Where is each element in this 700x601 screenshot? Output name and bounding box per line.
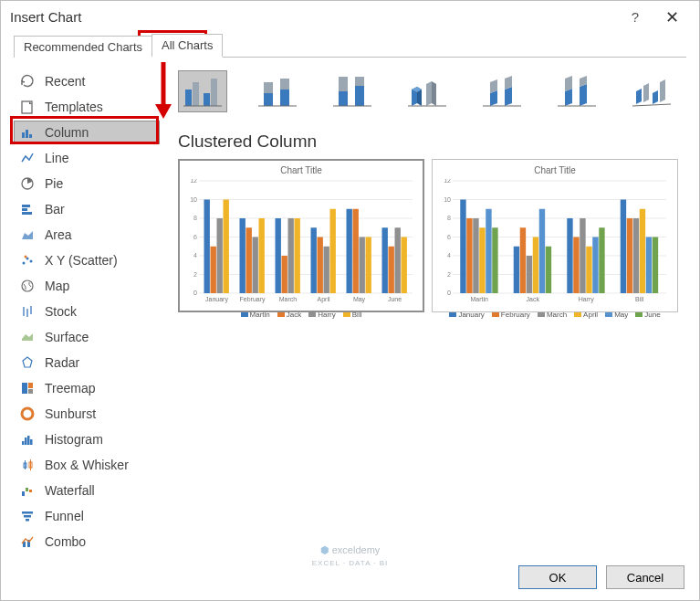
- sidebar-item-label: Stock: [45, 304, 77, 319]
- svg-rect-44: [211, 79, 217, 106]
- svg-rect-42: [193, 82, 199, 106]
- svg-rect-111: [347, 209, 352, 293]
- svg-rect-117: [389, 247, 394, 293]
- tab-recommended-charts[interactable]: Recommended Charts: [14, 36, 151, 58]
- svg-rect-46: [264, 93, 273, 106]
- svg-text:February: February: [239, 296, 266, 303]
- sidebar-item-stock[interactable]: Stock: [14, 300, 160, 323]
- column-icon: [19, 124, 36, 141]
- svg-rect-35: [24, 515, 31, 518]
- sidebar-item-label: Pie: [45, 176, 63, 191]
- svg-rect-158: [633, 218, 639, 293]
- chart-subtype-title: Clustered Column: [178, 132, 686, 152]
- svg-rect-102: [282, 256, 287, 293]
- sidebar-item-waterfall[interactable]: Waterfall: [14, 479, 160, 502]
- svg-rect-150: [573, 237, 579, 294]
- sidebar-item-templates[interactable]: Templates: [14, 95, 160, 119]
- sidebar-item-line[interactable]: Line: [14, 146, 160, 170]
- svg-rect-116: [382, 227, 388, 293]
- sidebar-item-radar[interactable]: Radar: [14, 351, 160, 374]
- sidebar-item-histogram[interactable]: Histogram: [14, 427, 160, 451]
- sidebar-item-label: Sunburst: [45, 406, 96, 421]
- svg-rect-142: [514, 247, 519, 293]
- ok-button[interactable]: OK: [518, 565, 597, 589]
- svg-text:March: March: [279, 296, 298, 302]
- subtype-clustered-column[interactable]: [178, 70, 227, 112]
- combo-icon: [19, 533, 36, 550]
- sidebar-item-label: Column: [45, 125, 89, 140]
- svg-rect-147: [546, 247, 551, 293]
- svg-rect-51: [339, 91, 348, 106]
- subtype-3d-stacked-column[interactable]: [477, 70, 527, 112]
- svg-rect-21: [28, 389, 33, 394]
- svg-marker-8: [22, 231, 33, 239]
- sidebar-item-label: X Y (Scatter): [45, 253, 118, 268]
- sidebar-item-bar[interactable]: Bar: [14, 197, 160, 221]
- sidebar-item-label: Histogram: [45, 432, 103, 447]
- svg-text:6: 6: [447, 234, 451, 240]
- chart-legend: MartinJackHarryBill: [186, 311, 416, 319]
- chart-title: Chart Title: [440, 165, 670, 175]
- svg-line-76: [632, 104, 671, 106]
- dialog-content: Recent Templates Column Line Pie Bar: [1, 58, 699, 554]
- svg-rect-161: [653, 237, 658, 294]
- sidebar-item-scatter[interactable]: X Y (Scatter): [14, 248, 160, 272]
- cancel-button[interactable]: Cancel: [606, 565, 684, 589]
- sidebar-item-recent[interactable]: Recent: [14, 69, 160, 93]
- svg-text:8: 8: [193, 215, 197, 221]
- sidebar-item-pie[interactable]: Pie: [14, 172, 160, 195]
- svg-rect-5: [22, 205, 30, 207]
- svg-marker-18: [23, 357, 32, 367]
- chart-preview-by-month[interactable]: Chart Title 024681012JanuaryFebruaryMarc…: [178, 159, 424, 312]
- sidebar-item-column[interactable]: Column: [14, 121, 160, 144]
- svg-rect-149: [567, 218, 572, 293]
- chart-category-sidebar: Recent Templates Column Line Pie Bar: [14, 66, 160, 554]
- sidebar-item-treemap[interactable]: Treemap: [14, 376, 160, 400]
- svg-rect-152: [586, 247, 591, 293]
- sidebar-item-map[interactable]: Map: [14, 274, 160, 298]
- svg-text:10: 10: [190, 196, 197, 203]
- chart-preview-by-person[interactable]: Chart Title 024681012MartinJackHarryBill…: [432, 159, 678, 312]
- stock-icon: [19, 303, 36, 320]
- chart-canvas: 024681012JanuaryFebruaryMarchAprilMayJun…: [186, 179, 416, 309]
- svg-rect-145: [533, 237, 538, 294]
- svg-rect-138: [479, 227, 485, 293]
- waterfall-icon: [19, 482, 36, 499]
- subtype-3d-clustered-column[interactable]: [402, 70, 452, 112]
- subtype-stacked100-column[interactable]: [328, 70, 377, 112]
- svg-rect-113: [360, 237, 365, 294]
- chart-preview-row: Chart Title 024681012JanuaryFebruaryMarc…: [178, 159, 686, 312]
- svg-rect-6: [22, 208, 27, 211]
- sidebar-item-combo[interactable]: Combo: [14, 530, 160, 554]
- sidebar-item-area[interactable]: Area: [14, 223, 160, 247]
- svg-point-22: [22, 408, 33, 419]
- subtype-3d-column[interactable]: [627, 70, 676, 112]
- svg-text:Harry: Harry: [579, 296, 595, 303]
- help-button[interactable]: ?: [617, 9, 653, 25]
- map-icon: [19, 278, 36, 294]
- subtype-stacked-column[interactable]: [253, 70, 302, 112]
- svg-rect-156: [621, 200, 626, 294]
- tab-all-charts[interactable]: All Charts: [151, 34, 223, 58]
- subtype-3d-stacked100-column[interactable]: [552, 70, 601, 112]
- svg-rect-1: [22, 132, 25, 138]
- pie-icon: [19, 175, 36, 192]
- sidebar-item-label: Area: [45, 227, 72, 242]
- funnel-icon: [19, 508, 36, 524]
- svg-rect-137: [473, 218, 478, 293]
- svg-rect-32: [26, 488, 28, 491]
- svg-rect-41: [185, 90, 192, 106]
- sidebar-item-sunburst[interactable]: Sunburst: [14, 402, 160, 426]
- svg-rect-92: [211, 247, 216, 293]
- close-button[interactable]: ✕: [653, 7, 690, 27]
- sidebar-item-boxwhisker[interactable]: Box & Whisker: [14, 453, 160, 477]
- sidebar-item-funnel[interactable]: Funnel: [14, 504, 160, 528]
- chart-title: Chart Title: [186, 165, 416, 175]
- chart-subtype-row: [178, 66, 686, 117]
- svg-rect-146: [539, 209, 545, 293]
- svg-rect-43: [204, 93, 210, 106]
- svg-rect-99: [259, 218, 265, 293]
- svg-text:Jack: Jack: [527, 296, 540, 302]
- sidebar-item-label: Bar: [45, 202, 65, 216]
- sidebar-item-surface[interactable]: Surface: [14, 325, 160, 349]
